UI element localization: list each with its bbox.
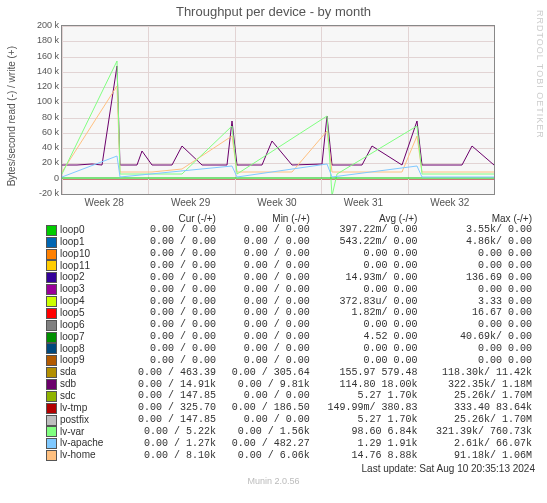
legend-row: sda0.00 / 463.390.00 / 305.64155.97 579.…	[44, 366, 534, 378]
legend-min: 0.00 / 0.00	[218, 319, 312, 331]
legend-min: 0.00 / 305.64	[218, 366, 312, 378]
x-tick: Week 30	[257, 197, 296, 208]
legend-cur: 0.00 / 147.85	[124, 390, 218, 402]
chart-wrap: Bytes/second read (-) / write (+) -20 k0…	[0, 21, 547, 211]
legend-row: loop100.00 / 0.000.00 / 0.000.00 0.000.0…	[44, 248, 534, 260]
legend-min: 0.00 / 0.00	[218, 331, 312, 343]
legend-row: loop30.00 / 0.000.00 / 0.000.00 0.000.00…	[44, 283, 534, 295]
chart-title: Throughput per device - by month	[0, 0, 547, 21]
legend-row: loop80.00 / 0.000.00 / 0.000.00 0.000.00…	[44, 343, 534, 355]
munin-version: Munin 2.0.56	[0, 474, 547, 486]
legend-row: loop10.00 / 0.000.00 / 0.00543.22m/ 0.00…	[44, 236, 534, 248]
legend-name: lv-apache	[44, 437, 124, 449]
chart-lines-svg	[62, 26, 494, 194]
legend-avg: 14.76 8.88k	[312, 449, 420, 461]
legend-min: 0.00 / 0.00	[218, 414, 312, 426]
legend-swatch	[46, 426, 57, 437]
legend-min: 0.00 / 9.81k	[218, 378, 312, 390]
x-tick: Week 31	[344, 197, 383, 208]
legend-avg: 155.97 579.48	[312, 366, 420, 378]
legend-swatch	[46, 403, 57, 414]
header-max: Max (-/+)	[419, 213, 534, 224]
y-tick: 140 k	[25, 66, 59, 76]
legend-cur: 0.00 / 0.00	[124, 343, 218, 355]
legend-row: loop110.00 / 0.000.00 / 0.000.00 0.000.0…	[44, 260, 534, 272]
legend-cur: 0.00 / 0.00	[124, 331, 218, 343]
legend-cur: 0.00 / 0.00	[124, 319, 218, 331]
legend-max: 136.69 0.00	[419, 271, 534, 283]
legend-swatch	[46, 296, 57, 307]
legend-cur: 0.00 / 0.00	[124, 307, 218, 319]
legend-cur: 0.00 / 14.91k	[124, 378, 218, 390]
legend-avg: 5.27 1.70k	[312, 414, 420, 426]
chart-area: -20 k020 k40 k60 k80 k100 k120 k140 k160…	[23, 21, 503, 211]
legend-min: 0.00 / 1.56k	[218, 426, 312, 438]
legend-name: loop11	[44, 260, 124, 272]
legend-cur: 0.00 / 0.00	[124, 271, 218, 283]
y-tick: 120 k	[25, 81, 59, 91]
legend-max: 40.69k/ 0.00	[419, 331, 534, 343]
legend-max: 0.00 0.00	[419, 354, 534, 366]
legend-max: 91.18k/ 1.06M	[419, 449, 534, 461]
legend-max: 3.33 0.00	[419, 295, 534, 307]
legend-max: 0.00 0.00	[419, 260, 534, 272]
legend-row: lv-var0.00 / 5.22k0.00 / 1.56k98.60 6.84…	[44, 426, 534, 438]
legend-max: 4.86k/ 0.00	[419, 236, 534, 248]
legend-row: lv-home0.00 / 8.10k0.00 / 6.06k14.76 8.8…	[44, 449, 534, 461]
legend-cur: 0.00 / 5.22k	[124, 426, 218, 438]
legend-name: sdb	[44, 378, 124, 390]
legend-row: loop70.00 / 0.000.00 / 0.004.52 0.0040.6…	[44, 331, 534, 343]
legend-avg: 1.29 1.91k	[312, 437, 420, 449]
legend-swatch	[46, 272, 57, 283]
legend-name: loop6	[44, 319, 124, 331]
legend-swatch	[46, 367, 57, 378]
legend-swatch	[46, 225, 57, 236]
legend-avg: 0.00 0.00	[312, 248, 420, 260]
legend-name: lv-tmp	[44, 402, 124, 414]
legend-name: loop8	[44, 343, 124, 355]
legend-cur: 0.00 / 1.27k	[124, 437, 218, 449]
legend-swatch	[46, 343, 57, 354]
y-tick: 200 k	[25, 20, 59, 30]
legend-name: loop3	[44, 283, 124, 295]
header-avg: Avg (-/+)	[312, 213, 420, 224]
plot-area	[61, 25, 495, 195]
legend-max: 118.30k/ 11.42k	[419, 366, 534, 378]
legend-row: loop20.00 / 0.000.00 / 0.0014.93m/ 0.001…	[44, 271, 534, 283]
legend-cur: 0.00 / 8.10k	[124, 449, 218, 461]
legend-min: 0.00 / 0.00	[218, 343, 312, 355]
legend-cur: 0.00 / 0.00	[124, 295, 218, 307]
legend-swatch	[46, 355, 57, 366]
y-tick: -20 k	[25, 188, 59, 198]
y-tick: 160 k	[25, 51, 59, 61]
y-tick: 60 k	[25, 127, 59, 137]
legend-swatch	[46, 320, 57, 331]
y-tick: 0	[25, 173, 59, 183]
header-min: Min (-/+)	[218, 213, 312, 224]
legend-row: loop50.00 / 0.000.00 / 0.001.82m/ 0.0016…	[44, 307, 534, 319]
legend-cur: 0.00 / 0.00	[124, 283, 218, 295]
legend-avg: 0.00 0.00	[312, 260, 420, 272]
legend-name: loop1	[44, 236, 124, 248]
legend-avg: 1.82m/ 0.00	[312, 307, 420, 319]
legend-min: 0.00 / 0.00	[218, 248, 312, 260]
header-cur: Cur (-/+)	[124, 213, 218, 224]
legend-avg: 0.00 0.00	[312, 319, 420, 331]
legend-cur: 0.00 / 0.00	[124, 248, 218, 260]
legend-row: lv-tmp0.00 / 325.700.00 / 186.50149.99m/…	[44, 402, 534, 414]
legend-avg: 4.52 0.00	[312, 331, 420, 343]
legend-name: postfix	[44, 414, 124, 426]
legend-min: 0.00 / 6.06k	[218, 449, 312, 461]
legend-name: loop9	[44, 354, 124, 366]
legend-cur: 0.00 / 463.39	[124, 366, 218, 378]
legend-avg: 372.83u/ 0.00	[312, 295, 420, 307]
legend-max: 0.00 0.00	[419, 319, 534, 331]
legend-row: loop60.00 / 0.000.00 / 0.000.00 0.000.00…	[44, 319, 534, 331]
legend-avg: 0.00 0.00	[312, 283, 420, 295]
legend-name: loop2	[44, 271, 124, 283]
legend-row: sdc0.00 / 147.850.00 / 0.005.27 1.70k25.…	[44, 390, 534, 402]
legend-row: postfix0.00 / 147.850.00 / 0.005.27 1.70…	[44, 414, 534, 426]
legend-avg: 149.99m/ 380.83	[312, 402, 420, 414]
x-tick: Week 29	[171, 197, 210, 208]
legend-swatch	[46, 415, 57, 426]
